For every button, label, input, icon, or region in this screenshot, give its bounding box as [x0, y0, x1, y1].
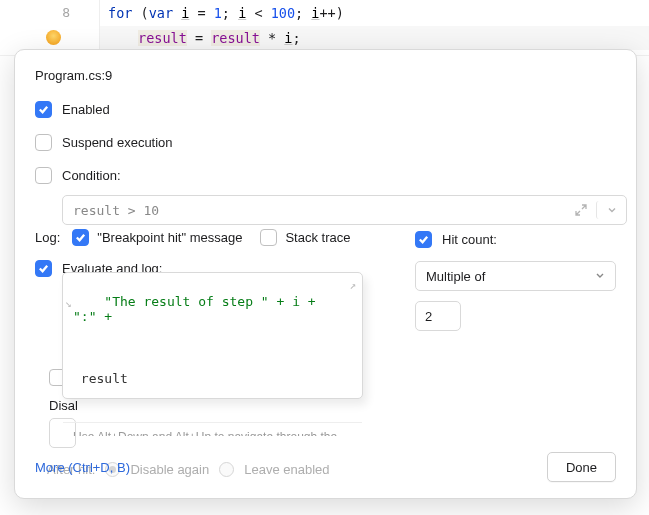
condition-input-tools: [572, 201, 620, 219]
condition-checkbox[interactable]: [35, 167, 52, 184]
suspend-execution-checkbox[interactable]: [35, 134, 52, 151]
log-label: Log:: [35, 230, 60, 245]
breakpoint-icon[interactable]: [46, 30, 61, 45]
wrap-indicator-icon: ↘︎: [65, 297, 72, 310]
hit-count-label: Hit count:: [442, 232, 497, 247]
popover-title: Program.cs:9: [35, 68, 616, 83]
evaluate-expression-text[interactable]: "The result of step " + i + ":" + ↗︎ ↘︎ …: [63, 273, 362, 422]
hit-count-mode-select[interactable]: Multiple of: [415, 261, 616, 291]
enabled-checkbox[interactable]: [35, 101, 52, 118]
popover-footer: More (Ctrl+D, B) Done: [35, 452, 616, 482]
condition-input[interactable]: result > 10: [62, 195, 627, 225]
evaluate-expression-input[interactable]: "The result of step " + i + ":" + ↗︎ ↘︎ …: [62, 272, 363, 399]
editor-gutter: 8: [0, 0, 100, 55]
breakpoint-hit-message-checkbox[interactable]: [72, 229, 89, 246]
code-line-9: result = result * i;: [138, 30, 301, 46]
breakpoint-hit-message-label: "Breakpoint hit" message: [97, 230, 242, 245]
enabled-label: Enabled: [62, 102, 110, 117]
code-editor-background: 8 for (var i = 1; i < 100; i++) result =…: [0, 0, 649, 56]
suspend-execution-row[interactable]: Suspend execution: [35, 132, 616, 152]
chevron-down-icon[interactable]: [596, 201, 620, 219]
hit-count-value: 2: [425, 309, 432, 324]
wrap-indicator-icon: ↗︎: [349, 279, 356, 292]
log-options-row: Log: "Breakpoint hit" message Stack trac…: [35, 229, 385, 246]
chevron-down-icon: [595, 269, 605, 284]
condition-label: Condition:: [62, 168, 121, 183]
stack-trace-label: Stack trace: [285, 230, 350, 245]
stack-trace-checkbox[interactable]: [260, 229, 277, 246]
hit-count-row[interactable]: Hit count:: [415, 229, 616, 249]
line-number-8: 8: [0, 5, 70, 20]
hit-count-value-input[interactable]: 2: [415, 301, 461, 331]
hit-count-checkbox[interactable]: [415, 231, 432, 248]
suspend-execution-label: Suspend execution: [62, 135, 173, 150]
stack-trace-toggle[interactable]: Stack trace: [260, 229, 350, 246]
evaluate-expression-hint: Use Alt+Down and Alt+Up to navigate thro…: [63, 422, 362, 436]
more-link[interactable]: More (Ctrl+D, B): [35, 460, 130, 475]
done-button[interactable]: Done: [547, 452, 616, 482]
enabled-row[interactable]: Enabled: [35, 99, 616, 119]
code-line-8: for (var i = 1; i < 100; i++): [108, 5, 344, 21]
expand-icon[interactable]: [572, 201, 590, 219]
condition-input-value: result > 10: [73, 203, 572, 218]
condition-row[interactable]: Condition:: [35, 165, 616, 185]
breakpoint-hit-message-toggle[interactable]: "Breakpoint hit" message: [72, 229, 242, 246]
evaluate-and-log-checkbox[interactable]: [35, 260, 52, 277]
hit-count-mode-value: Multiple of: [426, 269, 485, 284]
